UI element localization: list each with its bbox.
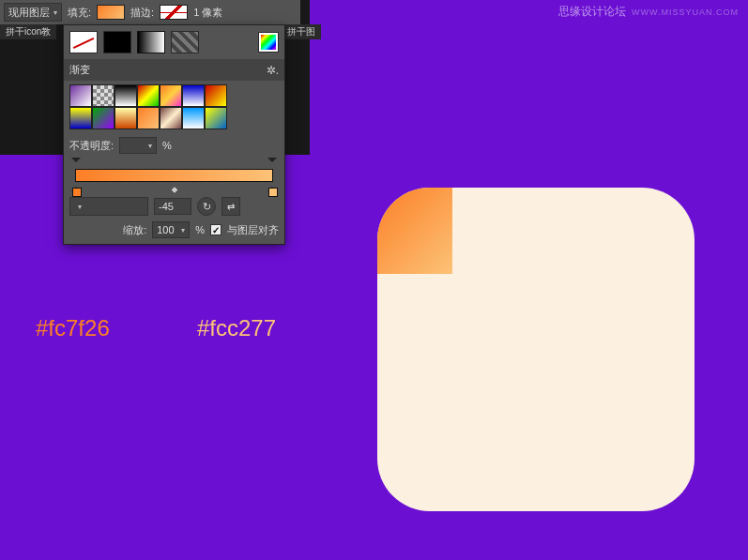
fill-gradient-popup: 渐变 ✲. 不透明度: ▾ % xyxy=(63,24,285,245)
gradient-preset[interactable] xyxy=(160,107,182,129)
layer-mode-label: 现用图层 xyxy=(8,6,50,20)
gradient-presets xyxy=(69,84,279,129)
gradient-bar[interactable] xyxy=(75,169,273,182)
fill-gradient-button[interactable] xyxy=(137,31,165,53)
fill-solid-button[interactable] xyxy=(103,31,131,53)
chevron-down-icon: ▾ xyxy=(53,8,57,17)
gradient-preset[interactable] xyxy=(205,107,227,129)
gradient-section-header: 渐变 ✲. xyxy=(64,59,284,81)
watermark-url: WWW.MISSYUAN.COM xyxy=(632,8,739,17)
scale-value: 100 xyxy=(157,224,174,235)
rotate-icon: ↻ xyxy=(203,201,211,213)
gradient-preset[interactable] xyxy=(182,84,205,107)
color-stop-right[interactable] xyxy=(267,182,277,195)
fill-swatch[interactable] xyxy=(97,5,125,20)
scale-input[interactable]: 100▾ xyxy=(152,221,190,238)
gradient-preset[interactable] xyxy=(137,107,160,129)
opacity-unit: % xyxy=(162,140,172,151)
gradient-label: 渐变 xyxy=(69,63,90,77)
gradient-midpoint[interactable] xyxy=(170,186,179,195)
gradient-preset[interactable] xyxy=(114,84,137,107)
canvas-rounded-rect xyxy=(377,188,695,511)
gradient-preset[interactable] xyxy=(92,107,114,129)
angle-value: -45 xyxy=(159,201,174,212)
gradient-preset[interactable] xyxy=(137,84,160,107)
gradient-preset[interactable] xyxy=(92,84,114,107)
fill-pattern-button[interactable] xyxy=(171,31,199,53)
gradient-editor[interactable] xyxy=(69,158,279,191)
align-layer-label: 与图层对齐 xyxy=(227,223,279,237)
scale-label: 缩放: xyxy=(123,223,146,237)
scale-unit: % xyxy=(195,224,205,235)
fill-none-button[interactable] xyxy=(69,31,98,53)
stroke-label: 描边: xyxy=(130,6,154,20)
gradient-preset[interactable] xyxy=(205,84,227,107)
document-tab-left[interactable]: 拼干icon教 xyxy=(0,24,56,39)
gradient-preset[interactable] xyxy=(160,84,182,107)
swap-icon: ⇄ xyxy=(227,202,235,212)
stroke-swatch[interactable] xyxy=(160,5,188,20)
opacity-stop-right[interactable] xyxy=(267,158,277,167)
doc-tab-label: 拼干icon教 xyxy=(6,25,51,38)
angle-dial[interactable]: ↻ xyxy=(197,197,216,216)
opacity-label: 不透明度: xyxy=(69,139,114,153)
color-picker-button[interactable] xyxy=(258,32,279,53)
options-bar: 现用图层 ▾ 填充: 描边: 1 像素 xyxy=(0,0,300,24)
angle-input[interactable]: -45 xyxy=(154,198,191,215)
watermark: 思缘设计论坛 WWW.MISSYUAN.COM xyxy=(558,4,739,20)
fill-label: 填充: xyxy=(68,6,91,20)
gradient-type-select[interactable]: ▾ xyxy=(69,197,148,216)
stroke-width-value: 1 像素 xyxy=(193,6,222,20)
canvas-gradient-corner xyxy=(377,188,452,274)
gradient-preset[interactable] xyxy=(182,107,205,129)
watermark-text: 思缘设计论坛 xyxy=(558,4,626,20)
gradient-preset[interactable] xyxy=(69,84,92,107)
layer-mode-select[interactable]: 现用图层 ▾ xyxy=(4,3,62,22)
hex-code-1: #fc7f26 xyxy=(36,315,110,341)
color-stop-left[interactable] xyxy=(71,182,81,195)
opacity-input[interactable]: ▾ xyxy=(119,137,157,154)
hex-code-2: #fcc277 xyxy=(197,315,276,341)
reverse-gradient-button[interactable]: ⇄ xyxy=(221,197,240,216)
doc-tab-label: 拼干图 xyxy=(287,25,315,38)
gear-icon[interactable]: ✲. xyxy=(267,64,279,77)
opacity-stop-left[interactable] xyxy=(71,158,81,167)
gradient-preset[interactable] xyxy=(69,107,92,129)
document-tab-right[interactable]: 拼干图 xyxy=(282,24,321,39)
gradient-preset[interactable] xyxy=(114,107,137,129)
align-layer-checkbox[interactable]: ✓ xyxy=(210,224,221,235)
